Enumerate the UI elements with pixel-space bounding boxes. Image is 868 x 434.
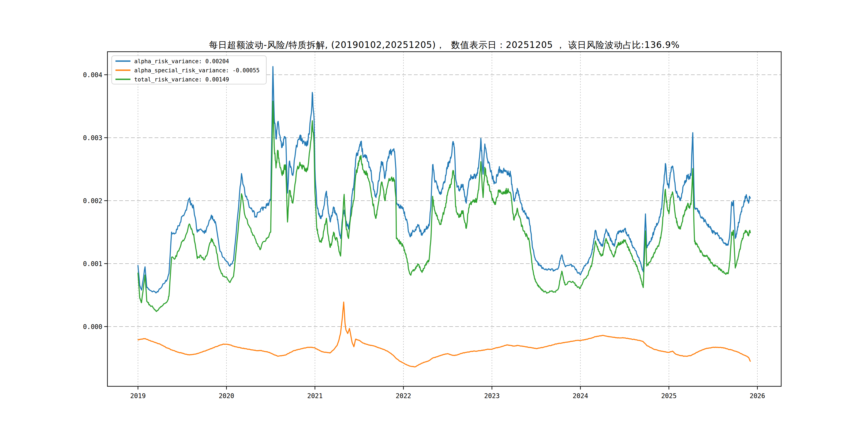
x-tick-label: 2019 <box>130 392 146 400</box>
legend-label-alpha-special-risk-variance: alpha_special_risk_variance: -0.00055 <box>134 67 259 74</box>
x-tick-label: 2023 <box>484 392 500 400</box>
series-line-alpha_risk_variance <box>138 67 750 293</box>
legend-label-alpha-risk-variance: alpha_risk_variance: 0.00204 <box>134 58 229 65</box>
plot-area-border <box>107 52 781 386</box>
gridlines <box>107 52 781 386</box>
x-tick-label: 2020 <box>219 392 234 400</box>
legend-label-total-risk-variance: total_risk_variance: 0.00149 <box>134 76 229 83</box>
y-tick-label: 0.002 <box>83 197 102 205</box>
chart-canvas: 0.0000.0010.0020.0030.004201920202021202… <box>0 0 868 434</box>
y-tick-label: 0.004 <box>83 71 102 79</box>
x-tick-label: 2022 <box>396 392 411 400</box>
series-line-alpha_special_risk_variance <box>138 302 750 367</box>
x-tick-label: 2026 <box>750 392 765 400</box>
series-line-total_risk_variance <box>138 101 750 312</box>
x-tick-label: 2025 <box>661 392 677 400</box>
y-tick-label: 0.001 <box>83 260 102 268</box>
y-tick-label: 0.000 <box>83 323 102 331</box>
x-tick-label: 2021 <box>307 392 323 400</box>
series-lines <box>138 67 750 367</box>
x-tick-label: 2024 <box>573 392 588 400</box>
figure: 每日超额波动-风险/特质拆解, (20190102,20251205)， 数值表… <box>0 0 868 434</box>
y-tick-label: 0.003 <box>83 134 102 142</box>
legend: alpha_risk_variance: 0.00204 alpha_speci… <box>112 56 266 84</box>
